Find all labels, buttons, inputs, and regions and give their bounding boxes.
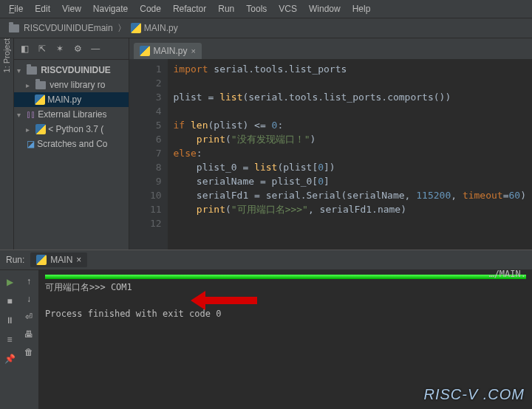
stop-icon[interactable]: ■ — [4, 295, 16, 307]
menu-edit[interactable]: Edit — [29, 1, 56, 16]
menu-navigate[interactable]: Navigate — [87, 1, 134, 16]
menu-run[interactable]: Run — [212, 1, 240, 16]
collapse-icon[interactable]: ⇱ — [36, 43, 48, 55]
tree-extlib[interactable]: ▾⫿⫿External Libraries — [14, 107, 128, 122]
wrap-icon[interactable]: ⏎ — [25, 312, 33, 322]
down-icon[interactable]: ↓ — [27, 294, 31, 304]
tree-venv-label: venv library ro — [50, 80, 105, 90]
trash-icon[interactable]: 🗑 — [24, 347, 33, 357]
tree-extlib-label: External Libraries — [38, 109, 106, 120]
folder-icon — [27, 66, 37, 75]
run-config-tab[interactable]: MAIN× — [30, 252, 87, 267]
close-icon[interactable]: × — [76, 255, 81, 265]
project-panel: ◧ ⇱ ✶ ⚙ — ▾RISCVDUINIDUE ▸venv library r… — [14, 38, 129, 250]
run-title: Run: — [6, 255, 24, 265]
menu-tools[interactable]: Tools — [240, 1, 273, 16]
console-line-1: …/MAIN. — [45, 267, 526, 281]
breadcrumb-root-label: RISCVDUINIDUEmain — [24, 23, 113, 33]
run-toolbar-2: ↑ ↓ ⏎ 🖶 🗑 — [19, 270, 39, 409]
main-area: 1: Project ◧ ⇱ ✶ ⚙ — ▾RISCVDUINIDUE ▸ven… — [0, 38, 532, 250]
pin-icon[interactable]: 📌 — [4, 353, 16, 365]
svg-marker-0 — [191, 291, 257, 310]
layout-icon[interactable]: ≡ — [4, 334, 16, 346]
code-area[interactable]: 123456789101112 import serial.tools.list… — [129, 59, 532, 250]
console-line-2: 可用端口名>>> COM1 — [45, 281, 526, 294]
print-icon[interactable]: 🖶 — [24, 329, 33, 340]
tree-root-label: RISCVDUINIDUE — [41, 65, 111, 75]
tree-python-label: < Python 3.7 ( — [48, 124, 103, 134]
tree-root[interactable]: ▾RISCVDUINIDUE — [14, 63, 128, 78]
tree-venv[interactable]: ▸venv library ro — [14, 78, 128, 92]
tree-python[interactable]: ▸< Python 3.7 ( — [14, 122, 128, 137]
chevron-down-icon: ▾ — [17, 66, 24, 75]
tree-scratches[interactable]: ◪Scratches and Co — [14, 137, 128, 151]
folder-icon — [9, 24, 19, 32]
hide-icon[interactable]: — — [89, 43, 101, 55]
project-toolbar: ◧ ⇱ ✶ ⚙ — — [14, 38, 128, 60]
python-icon — [36, 255, 47, 265]
menu-view[interactable]: View — [56, 1, 87, 16]
menu-refactor[interactable]: Refactor — [167, 1, 212, 16]
tree-scratches-label: Scratches and Co — [37, 139, 107, 149]
python-icon — [140, 46, 150, 56]
menu-help[interactable]: Help — [347, 1, 377, 16]
breadcrumb-file-label: MAIN.py — [144, 23, 178, 33]
watermark: RISC-V .COM — [423, 386, 525, 403]
gear-icon[interactable]: ⚙ — [72, 43, 83, 55]
pause-icon[interactable]: ⏸ — [4, 315, 16, 326]
tree-main-file[interactable]: MAIN.py — [14, 92, 128, 107]
chevron-right-icon: ▸ — [26, 126, 33, 134]
menu-bar: FFileile Edit View Navigate Code Refacto… — [0, 0, 532, 18]
editor: MAIN.py× 123456789101112 import serial.t… — [129, 38, 532, 250]
chevron-down-icon: ▾ — [17, 111, 24, 119]
run-tab-label: MAIN — [50, 255, 72, 265]
menu-vcs[interactable]: VCS — [273, 1, 303, 16]
run-panel: Run: MAIN× ▶ ■ ⏸ ≡ 📌 ↑ ↓ ⏎ 🖶 🗑 …/MAIN. 可… — [0, 250, 532, 409]
target-icon[interactable]: ✶ — [54, 43, 66, 55]
python-icon — [131, 23, 141, 33]
python-icon — [35, 94, 45, 105]
editor-tabs: MAIN.py× — [129, 38, 532, 59]
library-icon: ⫿⫿ — [27, 109, 35, 120]
editor-tab[interactable]: MAIN.py× — [134, 43, 202, 59]
code-body[interactable]: import serial.tools.list_ports plist = l… — [168, 59, 532, 250]
annotation-arrow-red — [191, 289, 257, 312]
breadcrumb-root[interactable]: RISCVDUINIDUEmain — [4, 21, 117, 35]
chevron-right-icon: 〉 — [117, 22, 126, 35]
breadcrumb-file[interactable]: MAIN.py — [126, 21, 183, 35]
up-icon[interactable]: ↑ — [27, 276, 31, 286]
editor-tab-label: MAIN.py — [154, 46, 188, 56]
rerun-icon[interactable]: ▶ — [4, 276, 16, 288]
folder-icon — [35, 81, 46, 89]
breadcrumb: RISCVDUINIDUEmain 〉 MAIN.py — [0, 18, 532, 38]
menu-file[interactable]: FFileile — [3, 1, 29, 16]
project-tool-button[interactable]: 1: Project — [2, 38, 11, 78]
project-tree: ▾RISCVDUINIDUE ▸venv library ro MAIN.py … — [14, 60, 128, 250]
run-toolbar-1: ▶ ■ ⏸ ≡ 📌 — [0, 270, 19, 409]
chevron-right-icon: ▸ — [26, 81, 33, 89]
close-icon[interactable]: × — [191, 47, 196, 55]
left-rail: 1: Project — [0, 38, 14, 250]
scratch-icon: ◪ — [27, 139, 35, 149]
python-icon — [35, 124, 46, 134]
menu-code[interactable]: Code — [134, 1, 167, 16]
console-line-3: Process finished with exit code 0 — [45, 307, 526, 320]
tree-main-label: MAIN.py — [47, 94, 81, 105]
menu-window[interactable]: Window — [303, 1, 347, 16]
scope-icon[interactable]: ◧ — [18, 43, 30, 55]
gutter: 123456789101112 — [129, 59, 168, 250]
